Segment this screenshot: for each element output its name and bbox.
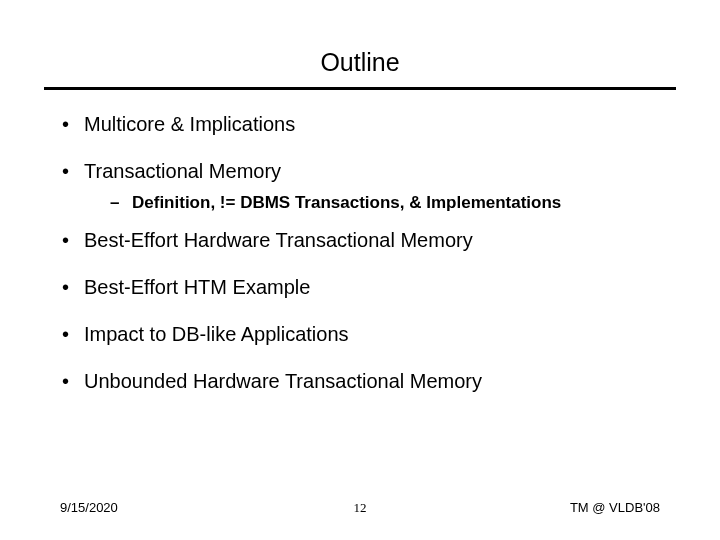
sub-bullet-text: Definition, != DBMS Transactions, & Impl… xyxy=(132,193,561,212)
list-item: Impact to DB-like Applications xyxy=(60,322,660,347)
list-item: Multicore & Implications xyxy=(60,112,660,137)
sub-list: Definition, != DBMS Transactions, & Impl… xyxy=(84,192,660,214)
footer-venue: TM @ VLDB'08 xyxy=(460,500,660,515)
list-item: Best-Effort HTM Example xyxy=(60,275,660,300)
bullet-text: Impact to DB-like Applications xyxy=(84,323,349,345)
slide-title: Outline xyxy=(320,48,399,77)
bullet-text: Transactional Memory xyxy=(84,160,281,182)
bullet-text: Best-Effort Hardware Transactional Memor… xyxy=(84,229,473,251)
bullet-text: Best-Effort HTM Example xyxy=(84,276,310,298)
title-area: Outline xyxy=(0,0,720,83)
bullet-list: Multicore & Implications Transactional M… xyxy=(60,112,660,394)
bullet-text: Unbounded Hardware Transactional Memory xyxy=(84,370,482,392)
sub-list-item: Definition, != DBMS Transactions, & Impl… xyxy=(84,192,660,214)
list-item: Best-Effort Hardware Transactional Memor… xyxy=(60,228,660,253)
list-item: Unbounded Hardware Transactional Memory xyxy=(60,369,660,394)
bullet-text: Multicore & Implications xyxy=(84,113,295,135)
content-area: Multicore & Implications Transactional M… xyxy=(0,90,720,394)
list-item: Transactional Memory Definition, != DBMS… xyxy=(60,159,660,214)
footer: 9/15/2020 12 TM @ VLDB'08 xyxy=(0,500,720,516)
footer-date: 9/15/2020 xyxy=(60,500,260,515)
slide: Outline Multicore & Implications Transac… xyxy=(0,0,720,540)
footer-page: 12 xyxy=(260,500,460,516)
